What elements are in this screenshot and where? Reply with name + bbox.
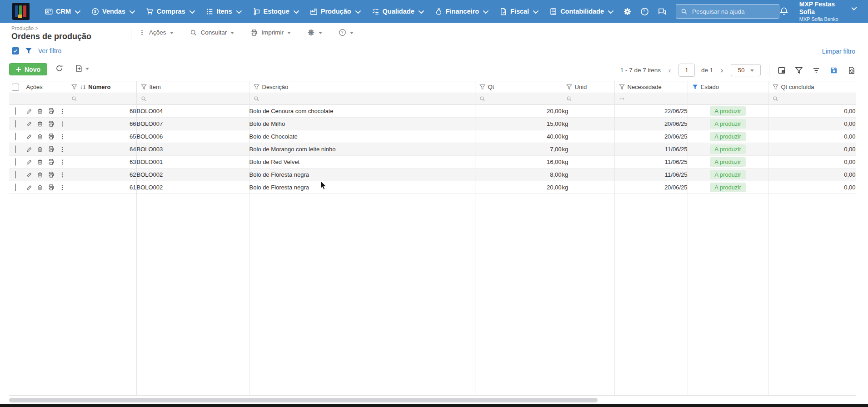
nav-menu-contabilidade[interactable]: Contabilidade xyxy=(549,8,612,15)
row-checkbox[interactable] xyxy=(15,145,16,153)
edit-pencil-icon[interactable] xyxy=(26,121,32,127)
filter-estado[interactable] xyxy=(688,93,768,105)
next-page-arrow[interactable]: › xyxy=(719,66,724,75)
select-all-checkbox[interactable] xyxy=(12,84,19,91)
delete-trash-icon[interactable] xyxy=(37,108,43,114)
active-filter-funnel-icon[interactable] xyxy=(25,47,32,55)
filter-qt[interactable] xyxy=(475,93,562,105)
header-necessidade[interactable]: Necessidade xyxy=(614,81,688,93)
chat-icon[interactable] xyxy=(658,7,667,16)
nav-menu-vendas[interactable]: $Vendas xyxy=(91,8,134,15)
print-icon[interactable] xyxy=(48,108,55,114)
filter-builder-icon[interactable] xyxy=(795,67,803,74)
delete-trash-icon[interactable] xyxy=(37,184,43,191)
nav-menu-estoque[interactable]: Estoque xyxy=(253,8,298,15)
header-qt-concluida[interactable]: Qt concluída xyxy=(768,81,856,93)
filter-descricao[interactable] xyxy=(249,93,475,105)
horizontal-scrollbar[interactable] xyxy=(9,398,598,402)
row-checkbox[interactable] xyxy=(15,107,16,115)
row-checkbox[interactable] xyxy=(15,133,16,140)
row-menu-kebab-icon[interactable] xyxy=(59,108,65,114)
edit-pencil-icon[interactable] xyxy=(26,134,32,140)
breadcrumb[interactable]: Produção > xyxy=(11,25,38,31)
delete-trash-icon[interactable] xyxy=(37,146,43,153)
row-checkbox[interactable] xyxy=(15,171,16,179)
funnel-icon[interactable] xyxy=(141,84,147,90)
restore-layout-icon[interactable] xyxy=(848,66,856,74)
filter-unid[interactable] xyxy=(562,93,614,105)
filter-qt-concluida[interactable] xyxy=(768,93,856,105)
nav-menu-producao[interactable]: Produção xyxy=(310,8,359,15)
nav-menu-itens[interactable]: Itens xyxy=(206,8,240,15)
filter-numero[interactable] xyxy=(67,93,136,105)
print-icon[interactable] xyxy=(48,171,55,178)
row-checkbox[interactable] xyxy=(15,184,16,191)
print-icon[interactable] xyxy=(48,120,55,127)
print-icon[interactable] xyxy=(48,133,55,140)
page-size-select[interactable]: 50 xyxy=(731,64,761,76)
funnel-icon[interactable] xyxy=(619,84,625,90)
filter-item[interactable] xyxy=(136,93,249,105)
ver-filtro-link[interactable]: Ver filtro xyxy=(38,47,61,55)
edit-pencil-icon[interactable] xyxy=(26,108,32,114)
clear-filters-icon[interactable] xyxy=(812,66,820,74)
row-menu-kebab-icon[interactable] xyxy=(59,134,65,140)
delete-trash-icon[interactable] xyxy=(37,134,43,140)
notifications-bell-icon[interactable] xyxy=(779,7,788,16)
nav-menu-compras[interactable]: Compras xyxy=(146,8,194,15)
row-checkbox[interactable] xyxy=(15,158,16,166)
select-all-filter-checkbox[interactable] xyxy=(12,47,19,55)
edit-pencil-icon[interactable] xyxy=(26,159,32,165)
help-icon[interactable]: ? xyxy=(640,7,649,16)
header-unid[interactable]: Unid xyxy=(562,81,614,93)
settings-menu-button[interactable] xyxy=(307,29,322,36)
help-menu-button[interactable]: ? xyxy=(339,29,354,36)
edit-pencil-icon[interactable] xyxy=(26,146,32,153)
consultar-menu-button[interactable]: Consultar xyxy=(190,29,234,36)
active-funnel-icon[interactable] xyxy=(692,84,698,90)
column-chooser-icon[interactable] xyxy=(778,66,786,74)
header-qt[interactable]: Qt xyxy=(475,81,562,93)
funnel-icon[interactable] xyxy=(479,84,485,90)
print-icon[interactable] xyxy=(48,184,55,191)
refresh-icon[interactable] xyxy=(55,65,63,72)
header-item[interactable]: Item xyxy=(136,81,249,93)
row-menu-kebab-icon[interactable] xyxy=(59,146,65,153)
edit-pencil-icon[interactable] xyxy=(26,184,32,191)
row-menu-kebab-icon[interactable] xyxy=(59,184,65,191)
nav-menu-qualidade[interactable]: Qualidade xyxy=(372,8,423,15)
delete-trash-icon[interactable] xyxy=(37,159,43,165)
row-checkbox[interactable] xyxy=(15,120,16,128)
settings-gear-icon[interactable] xyxy=(623,7,632,16)
imprimir-menu-button[interactable]: Imprimir xyxy=(250,29,291,36)
help-search-input[interactable] xyxy=(691,8,770,15)
print-icon[interactable] xyxy=(48,159,55,165)
nav-menu-fiscal[interactable]: Fiscal xyxy=(499,8,537,15)
user-menu[interactable]: MXP Festas Sofia MXP Sofia Benko xyxy=(799,0,855,23)
funnel-icon[interactable] xyxy=(773,84,778,90)
header-estado[interactable]: Estado xyxy=(688,81,768,93)
header-numero[interactable]: ↓1 Número xyxy=(67,81,136,93)
edit-pencil-icon[interactable] xyxy=(26,172,32,178)
funnel-icon[interactable] xyxy=(71,84,77,90)
print-icon[interactable] xyxy=(48,146,55,153)
funnel-icon[interactable] xyxy=(566,84,572,90)
help-search[interactable] xyxy=(676,4,779,19)
page-number-input[interactable] xyxy=(678,64,695,77)
nav-menu-financeiro[interactable]: Financeiro xyxy=(435,8,487,15)
filter-necessidade[interactable] xyxy=(614,93,688,105)
row-menu-kebab-icon[interactable] xyxy=(59,159,65,165)
delete-trash-icon[interactable] xyxy=(37,172,43,178)
funnel-icon[interactable] xyxy=(254,84,259,90)
nav-menu-crm[interactable]: CRM xyxy=(45,8,79,15)
delete-trash-icon[interactable] xyxy=(37,121,43,127)
header-descricao[interactable]: Descrição xyxy=(249,81,475,93)
limpar-filtro-link[interactable]: Limpar filtro xyxy=(822,48,855,55)
header-select-all[interactable] xyxy=(9,81,22,93)
app-logo[interactable] xyxy=(12,3,30,20)
export-button[interactable] xyxy=(75,65,89,72)
prev-page-arrow[interactable]: ‹ xyxy=(667,66,672,75)
row-menu-kebab-icon[interactable] xyxy=(59,172,65,178)
acoes-menu-button[interactable]: Ações xyxy=(139,29,174,36)
save-layout-icon[interactable] xyxy=(830,66,838,74)
